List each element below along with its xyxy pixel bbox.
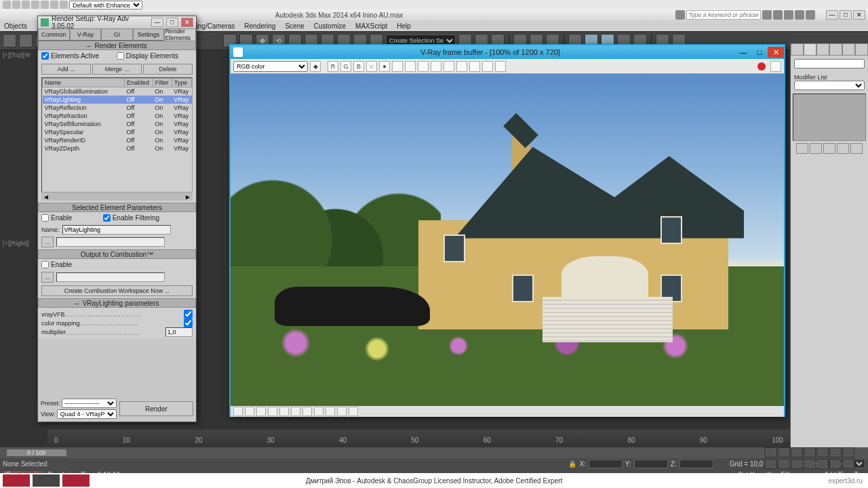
time-slider-handle[interactable]: 0 / 100 (7, 449, 66, 456)
track-bar[interactable]: 0 / 100 (0, 447, 868, 458)
vfb-bottom-icon[interactable] (233, 407, 243, 416)
mono-channel-button[interactable]: ● (379, 61, 390, 72)
vfb-bottom-icon[interactable] (256, 407, 266, 416)
col-type[interactable]: Type (172, 79, 191, 87)
search-input[interactable] (686, 10, 761, 20)
motion-tab-icon[interactable] (829, 43, 842, 56)
next-frame-icon[interactable] (804, 447, 816, 458)
play-icon[interactable] (791, 447, 803, 458)
create-combustion-button[interactable]: Create Combustion Workspace Now ... (41, 285, 193, 296)
add-button[interactable]: Add ... (41, 64, 91, 75)
infocenter-icon[interactable] (675, 10, 685, 20)
elements-list[interactable]: Name Enabled Filter Type VRayGlobalIllum… (41, 77, 193, 192)
vfb-tool-icon[interactable] (770, 61, 781, 72)
qa-icon[interactable] (50, 1, 58, 9)
maximize-button[interactable]: □ (751, 47, 768, 58)
tab-gi[interactable]: GI (101, 28, 133, 41)
menu-item[interactable]: Customize (314, 22, 346, 30)
element-row[interactable]: VRaySelfIlluminationOffOnVRay (43, 120, 192, 128)
stop-render-icon[interactable] (757, 62, 766, 70)
vfb-bottom-icon[interactable] (349, 407, 358, 416)
stack-tool-icon[interactable] (810, 143, 822, 154)
hscroll[interactable]: ◄► (41, 192, 193, 201)
prev-frame-icon[interactable] (778, 447, 790, 458)
qa-icon[interactable] (31, 1, 39, 9)
rollout-output-combustion[interactable]: Output to Combustion™ (38, 249, 196, 259)
time-slider[interactable]: 0102030405060708090100 (47, 430, 790, 447)
minimize-button[interactable]: — (735, 47, 751, 58)
combustion-path-field[interactable] (56, 272, 165, 282)
vrayvfb-checkbox[interactable] (184, 310, 193, 319)
menu-item[interactable]: Rendering (244, 22, 275, 30)
hierarchy-tab-icon[interactable] (816, 43, 829, 56)
goto-end-icon[interactable] (816, 447, 829, 458)
view-dropdown[interactable]: Quad 4 - VRayP (57, 409, 117, 419)
nav-icon[interactable] (842, 459, 854, 469)
nav-icon[interactable] (816, 459, 829, 469)
alpha-channel-button[interactable]: ○ (366, 61, 377, 72)
vfb-bottom-icon[interactable] (337, 407, 347, 416)
element-row[interactable]: VRayZDepthOffOnVRay (43, 144, 192, 152)
stack-tool-icon[interactable] (823, 143, 835, 154)
menu-item[interactable]: Objects (4, 22, 27, 30)
element-row[interactable]: VRayReflectionOffOnVRay (43, 104, 192, 112)
nav-icon[interactable] (765, 459, 777, 469)
utilities-tab-icon[interactable] (855, 43, 868, 56)
nav-icon[interactable] (829, 459, 842, 469)
render-button[interactable]: Render (119, 401, 193, 416)
stack-tool-icon[interactable] (796, 143, 808, 154)
help-icon[interactable] (795, 10, 804, 20)
menu-item[interactable]: Scene (285, 22, 304, 30)
nav-icon[interactable] (829, 447, 842, 458)
modify-tab-icon[interactable] (804, 43, 816, 56)
qa-icon[interactable] (41, 1, 49, 9)
vfb-bottom-icon[interactable] (314, 407, 323, 416)
tab-settings[interactable]: Settings (133, 28, 165, 41)
nav-icon[interactable] (778, 459, 790, 469)
vfb-bottom-icon[interactable] (291, 407, 300, 416)
create-tab-icon[interactable] (791, 43, 804, 56)
green-channel-button[interactable]: G (340, 61, 351, 72)
goto-start-icon[interactable] (765, 447, 777, 458)
y-field[interactable] (634, 460, 668, 468)
browse-button[interactable]: ... (41, 237, 54, 247)
multiplier-field[interactable] (165, 327, 193, 337)
blue-channel-button[interactable]: B (353, 61, 364, 72)
vfb-tool-icon[interactable] (482, 61, 493, 72)
element-row[interactable]: VRayGlobalIlluminationOffOnVRay (43, 87, 192, 96)
viewport-label[interactable]: [+][Top][W (3, 52, 31, 58)
stack-tool-icon[interactable] (850, 143, 863, 154)
help-icon[interactable] (784, 10, 793, 20)
enable-filtering-checkbox[interactable]: Enable Filtering (103, 214, 159, 222)
element-row[interactable]: VRayRenderIDOffOnVRay (43, 136, 192, 144)
display-tab-icon[interactable] (842, 43, 855, 56)
tab-vray[interactable]: V-Ray (70, 28, 102, 41)
path-field[interactable] (56, 237, 165, 247)
x-field[interactable] (589, 460, 623, 468)
vfb-bottom-icon[interactable] (279, 407, 289, 416)
rollout-selected-params[interactable]: Selected Element Parameters (38, 203, 196, 212)
element-row[interactable]: VRayLightingOffOnVRay (43, 96, 192, 104)
qa-icon[interactable] (60, 1, 68, 9)
tab-common[interactable]: Common (38, 28, 70, 41)
dialog-titlebar[interactable]: Render Setup: V-Ray Adv 3.05.02 — □ ✕ (38, 16, 196, 28)
minimize-button[interactable]: — (826, 10, 838, 20)
element-row[interactable]: VRaySpecularOffOnVRay (43, 128, 192, 136)
col-enabled[interactable]: Enabled (125, 79, 153, 87)
enable-checkbox[interactable]: Enable (41, 214, 72, 222)
red-channel-button[interactable]: R (328, 61, 338, 72)
nav-icon[interactable] (791, 459, 803, 469)
vfb-bottom-icon[interactable] (245, 407, 254, 416)
close-button[interactable]: ✕ (853, 10, 865, 20)
vfb-tool-icon[interactable] (443, 61, 454, 72)
stack-tool-icon[interactable] (837, 143, 849, 154)
name-field[interactable] (62, 225, 171, 235)
maximize-button[interactable]: □ (166, 18, 178, 27)
enable-combustion-checkbox[interactable]: Enable (41, 261, 72, 268)
modifier-list-dropdown[interactable] (794, 81, 865, 90)
vfb-bottom-icon[interactable] (326, 407, 335, 416)
qa-icon[interactable] (12, 1, 20, 9)
vfb-titlebar[interactable]: V-Ray frame buffer - [100% of 1200 x 720… (231, 45, 784, 59)
z-field[interactable] (679, 460, 713, 468)
close-button[interactable]: ✕ (768, 47, 784, 58)
